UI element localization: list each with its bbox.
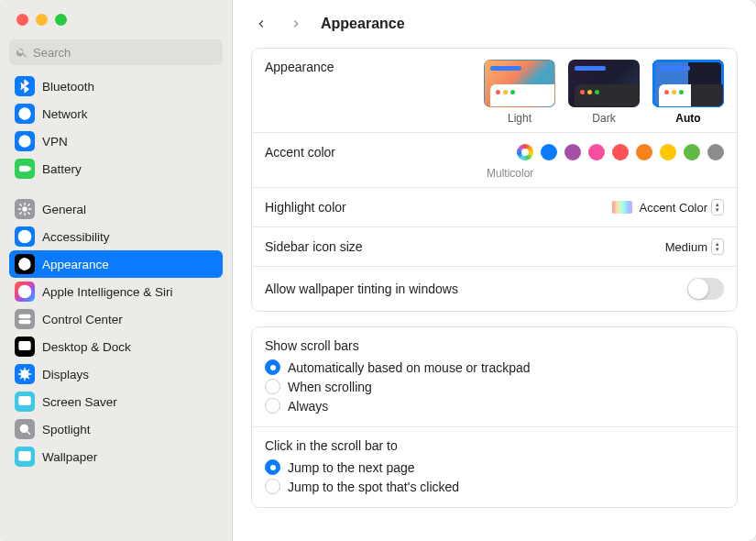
svg-point-6	[24, 233, 26, 235]
chevron-right-icon	[290, 17, 302, 30]
wallpaper-tinting-toggle[interactable]	[687, 278, 724, 300]
radio-label: Jump to the next page	[288, 460, 415, 475]
sidebar-item-battery[interactable]: Battery	[9, 155, 223, 182]
accent-swatch-pink[interactable]	[588, 144, 605, 160]
sidebar-item-label: Accessibility	[42, 230, 110, 244]
svg-point-4	[23, 207, 27, 211]
radio-option[interactable]: When scrolling	[265, 377, 724, 396]
appearance-mode-label: Dark	[568, 112, 640, 125]
appearance-mode-label: Light	[484, 112, 555, 125]
sidebar-icon-size-dropdown[interactable]: Medium ▴▾	[665, 238, 724, 255]
sidebar-item-label: Screen Saver	[42, 395, 117, 409]
nav-back-button[interactable]	[251, 14, 271, 34]
siri-icon	[15, 282, 35, 302]
accent-swatch-yellow[interactable]	[660, 144, 676, 160]
radio-option[interactable]: Jump to the next page	[265, 458, 724, 477]
accent-color-row: Accent color Multicolor	[252, 133, 737, 188]
show-scrollbars-title: Show scroll bars	[265, 338, 724, 353]
sidebar-item-displays[interactable]: Displays	[9, 360, 223, 388]
sidebar-item-label: Control Center	[42, 313, 123, 326]
sidebar-item-accessibility[interactable]: Accessibility	[9, 223, 223, 250]
radio-option[interactable]: Always	[265, 396, 724, 415]
sidebar-item-apple-intelligence-siri[interactable]: Apple Intelligence & Siri	[9, 278, 223, 305]
radio-button[interactable]	[265, 479, 280, 494]
nav-forward-button[interactable]	[286, 14, 306, 34]
accent-swatch-multicolor[interactable]	[517, 144, 533, 160]
appearance-mode-label: Auto	[652, 112, 724, 125]
svg-rect-3	[29, 168, 30, 171]
accent-swatch-green[interactable]	[684, 144, 700, 160]
accent-swatch-orange[interactable]	[636, 144, 652, 160]
sidebar-item-control-center[interactable]: Control Center	[9, 305, 223, 333]
sidebar-item-label: Network	[42, 107, 88, 121]
accent-swatch-graphite[interactable]	[707, 144, 724, 160]
sidebar-item-screen-saver[interactable]: Screen Saver	[9, 388, 223, 415]
highlight-color-label: Highlight color	[265, 200, 346, 215]
minimize-window-button[interactable]	[36, 14, 48, 26]
accent-color-options	[517, 144, 724, 160]
radio-button[interactable]	[265, 398, 280, 414]
appearance-mode-light[interactable]: Light	[484, 60, 555, 125]
search-field[interactable]	[9, 39, 223, 65]
svg-point-8	[18, 285, 30, 297]
sidebar-item-general[interactable]: General	[9, 195, 223, 223]
svg-point-20	[26, 454, 28, 457]
main-header: Appearance	[233, 0, 756, 48]
svg-rect-2	[20, 166, 28, 171]
appearance-mode-options: LightDarkAuto	[484, 60, 724, 125]
sidebar-item-wallpaper[interactable]: Wallpaper	[9, 443, 223, 470]
accessibility-icon	[15, 226, 35, 247]
battery-icon	[15, 159, 35, 179]
appearance-mode-label: Appearance	[265, 60, 334, 74]
spotlight-icon	[15, 419, 35, 439]
radio-button[interactable]	[265, 379, 280, 394]
accent-swatch-purple[interactable]	[564, 144, 581, 160]
highlight-color-dropdown[interactable]: Accent Color ▴▾	[612, 199, 724, 215]
search-input[interactable]	[33, 46, 216, 60]
globe-icon	[15, 104, 35, 124]
sidebar-item-label: Displays	[42, 368, 89, 381]
scrollbar-panel: Show scroll bars Automatically based on …	[251, 326, 738, 508]
content-area: Appearance LightDarkAuto Accent color Mu…	[233, 48, 756, 541]
close-window-button[interactable]	[16, 14, 28, 26]
radio-option[interactable]: Automatically based on mouse or trackpad	[265, 358, 724, 377]
radio-option[interactable]: Jump to the spot that's clicked	[265, 477, 724, 496]
highlight-color-swatch	[612, 201, 632, 214]
sidebar-item-label: Desktop & Dock	[42, 340, 131, 354]
sidebar-item-label: Wallpaper	[42, 450, 97, 464]
radio-label: Automatically based on mouse or trackpad	[288, 360, 531, 375]
sidebar-item-spotlight[interactable]: Spotlight	[9, 415, 223, 443]
accent-swatch-red[interactable]	[612, 144, 629, 160]
sidebar-item-desktop-dock[interactable]: Desktop & Dock	[9, 333, 223, 360]
bluetooth-icon	[15, 76, 35, 96]
sidebar-icon-size-row: Sidebar icon size Medium ▴▾	[252, 227, 737, 267]
sidebar-item-label: Appearance	[42, 258, 109, 271]
sidebar-item-vpn[interactable]: VPN	[9, 127, 223, 155]
main-pane: Appearance Appearance LightDarkAuto Acce…	[233, 0, 756, 541]
search-icon	[16, 46, 28, 59]
appearance-mode-dark[interactable]: Dark	[568, 60, 640, 125]
svg-point-12	[20, 315, 23, 318]
stepper-icon: ▴▾	[711, 238, 724, 255]
svg-point-13	[27, 321, 29, 324]
sidebar-icon-size-value: Medium	[665, 240, 707, 254]
accent-swatch-blue[interactable]	[541, 144, 557, 160]
appearance-mode-row: Appearance LightDarkAuto	[252, 49, 737, 133]
sidebar-item-appearance[interactable]: Appearance	[9, 250, 223, 278]
switches-icon	[15, 309, 35, 329]
sidebar-item-network[interactable]: Network	[9, 100, 223, 127]
radio-label: Always	[288, 399, 328, 414]
gear-icon	[15, 199, 35, 219]
radio-button[interactable]	[265, 459, 280, 475]
appearance-icon	[15, 254, 35, 274]
sidebar-item-bluetooth[interactable]: Bluetooth	[9, 72, 223, 100]
radio-button[interactable]	[265, 359, 280, 375]
sidebar-item-label: Apple Intelligence & Siri	[42, 285, 173, 299]
fullscreen-window-button[interactable]	[55, 14, 67, 26]
appearance-mode-auto[interactable]: Auto	[652, 60, 724, 125]
scrollbar-click-title: Click in the scroll bar to	[265, 438, 724, 453]
highlight-color-value: Accent Color	[640, 201, 707, 215]
chevron-left-icon	[255, 17, 268, 30]
wallpaper-tinting-label: Allow wallpaper tinting in windows	[265, 282, 458, 296]
sidebar-item-label: Bluetooth	[42, 80, 94, 94]
